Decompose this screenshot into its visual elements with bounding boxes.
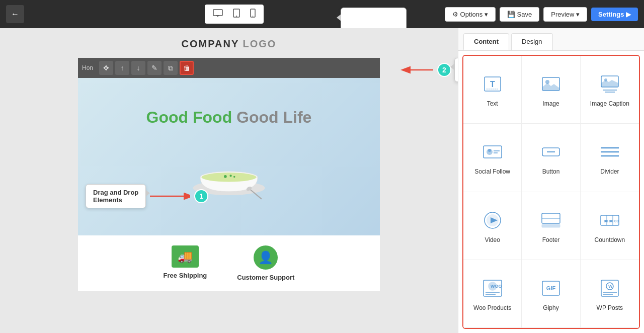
social-follow-label: Social Follow <box>474 168 510 175</box>
svg-text:00: 00 <box>609 219 613 223</box>
element-giphy[interactable]: GIF Giphy <box>522 260 580 328</box>
element-image-caption[interactable]: Image Caption <box>581 56 639 124</box>
giphy-label: Giphy <box>543 304 558 311</box>
button-label: Button <box>542 168 560 175</box>
svg-point-11 <box>202 173 257 182</box>
giphy-icon: GIF <box>539 276 563 300</box>
main-layout: COMPANY LOGO Hon ✥ ↑ ↓ ✎ ⧉ 🗑 <box>0 28 644 333</box>
svg-rect-0 <box>213 10 222 16</box>
element-social-follow[interactable]: Social Follow <box>463 124 522 192</box>
video-icon <box>480 208 505 232</box>
video-label: Video <box>485 236 500 243</box>
element-footer[interactable]: Footer <box>522 192 580 260</box>
footer-label: Footer <box>542 236 560 243</box>
image-caption-icon <box>598 72 622 96</box>
divider-label: Divider <box>600 168 619 175</box>
dnd-tooltip: Drag and Drop Elements <box>86 184 146 208</box>
edit-btn[interactable]: ✎ <box>147 61 162 75</box>
move-btn[interactable]: ✥ <box>99 61 113 75</box>
svg-point-4 <box>236 16 237 17</box>
duplicate-btn[interactable]: ⧉ <box>164 61 178 75</box>
hero-section: Good Food Good Life <box>78 78 380 235</box>
text-icon: T <box>480 72 505 96</box>
footer-icon <box>539 208 563 232</box>
text-label: Text <box>487 100 498 107</box>
tab-content[interactable]: Content <box>463 33 509 50</box>
element-image[interactable]: Image <box>522 56 580 124</box>
move-up-btn[interactable]: ↑ <box>115 61 129 75</box>
svg-text:WOO: WOO <box>491 284 502 289</box>
element-video[interactable]: Video <box>463 192 522 260</box>
save-button[interactable]: 💾 Save <box>500 7 539 22</box>
mobile-mode-btn[interactable] <box>246 7 260 22</box>
section-label: Hon <box>82 64 93 71</box>
element-button[interactable]: Button <box>522 124 580 192</box>
hero-title: Good Food Good Life <box>146 108 312 127</box>
element-countdown[interactable]: 00 00 00 Countdown <box>581 192 639 260</box>
wp-posts-label: WP Posts <box>597 304 623 311</box>
elements-grid: T Text Image <box>462 55 640 329</box>
image-icon <box>539 72 563 96</box>
hero-title-gray: Good Life <box>232 108 311 126</box>
options-button[interactable]: ⚙ Options ▾ <box>445 7 496 22</box>
hero-title-green: Good Food <box>146 108 232 126</box>
woo-products-icon: WOO <box>480 276 505 300</box>
svg-text:00: 00 <box>604 219 608 223</box>
panel-tabs: Content Design <box>458 28 644 51</box>
woo-products-label: Woo Products <box>473 304 511 311</box>
svg-point-12 <box>224 175 227 178</box>
svg-point-13 <box>229 175 231 177</box>
delete-btn[interactable]: 🗑 <box>180 61 194 75</box>
step1-badge: 1 <box>194 189 208 203</box>
svg-point-14 <box>233 176 235 178</box>
element-woo-products[interactable]: WOO Woo Products <box>463 260 522 328</box>
button-icon <box>539 140 563 164</box>
tablet-mode-btn[interactable] <box>229 7 244 22</box>
right-panel: Content Design T Text <box>458 28 644 333</box>
element-divider[interactable]: Divider <box>581 124 639 192</box>
back-button[interactable]: ← <box>6 5 24 23</box>
delete-annotation: 2 Delete the Area <box>399 58 458 82</box>
step2-badge: 2 <box>437 63 451 77</box>
countdown-icon: 00 00 00 <box>598 208 622 232</box>
preview-button[interactable]: Preview ▾ <box>543 7 587 22</box>
svg-point-6 <box>253 16 254 17</box>
customer-support-label: Customer Support <box>237 274 294 281</box>
svg-text:00: 00 <box>614 219 619 223</box>
divider-icon <box>598 140 622 164</box>
svg-text:W: W <box>608 284 613 289</box>
element-text[interactable]: T Text <box>463 56 522 124</box>
delete-tooltip: Delete the Area <box>454 58 458 82</box>
settings-button[interactable]: Settings ▶ <box>591 8 638 21</box>
svg-text:T: T <box>490 80 495 89</box>
email-preview: Hon ✥ ↑ ↓ ✎ ⧉ 🗑 2 <box>78 58 380 291</box>
screen-modes-group <box>205 5 264 24</box>
image-label: Image <box>542 100 559 107</box>
dnd-annotation: Drag and Drop Elements 1 <box>86 184 208 208</box>
free-shipping-item: 🚚 Free Shipping <box>164 245 207 281</box>
company-normal: LOGO <box>239 38 276 49</box>
wp-posts-icon: W <box>598 276 622 300</box>
desktop-mode-btn[interactable] <box>209 7 227 21</box>
svg-point-29 <box>488 149 491 152</box>
tab-design[interactable]: Design <box>511 33 552 50</box>
company-logo: COMPANY LOGO <box>10 38 448 50</box>
free-shipping-label: Free Shipping <box>164 272 207 279</box>
customer-support-icon: 👤 <box>254 245 278 270</box>
countdown-label: Countdown <box>594 236 625 243</box>
canvas-area: COMPANY LOGO Hon ✥ ↑ ↓ ✎ ⧉ 🗑 <box>0 28 458 333</box>
social-follow-icon <box>480 140 505 164</box>
free-shipping-icon: 🚚 <box>172 245 199 268</box>
footer-section: 🚚 Free Shipping 👤 Customer Support <box>78 235 380 291</box>
image-caption-label: Image Caption <box>590 100 629 107</box>
element-wp-posts[interactable]: W WP Posts <box>581 260 639 328</box>
svg-rect-42 <box>542 224 560 227</box>
customer-support-item: 👤 Customer Support <box>237 245 294 281</box>
top-right-actions: ⚙ Options ▾ 💾 Save Preview ▾ Settings ▶ <box>445 7 638 22</box>
company-bold: COMPANY <box>182 38 239 49</box>
svg-text:GIF: GIF <box>546 285 556 291</box>
toolbar-row: Hon ✥ ↑ ↓ ✎ ⧉ 🗑 2 <box>78 58 380 78</box>
top-bar: ← 3 Different Screen Modes <box>0 0 644 28</box>
move-down-btn[interactable]: ↓ <box>131 61 145 75</box>
